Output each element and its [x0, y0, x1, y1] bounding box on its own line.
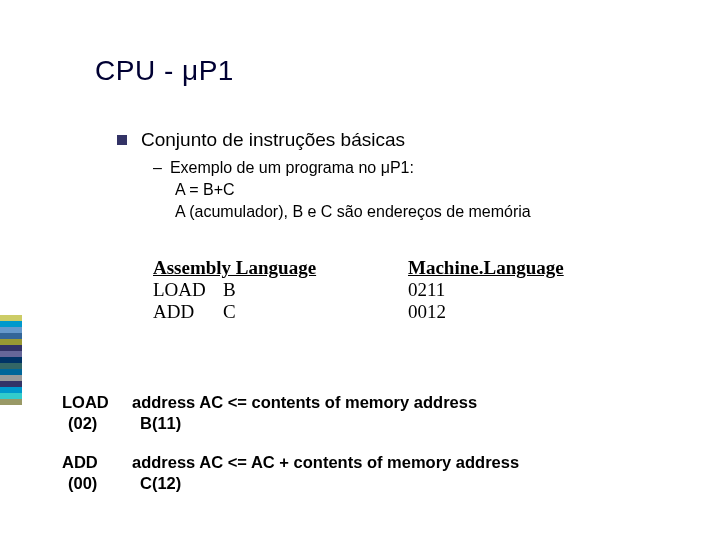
asm-cell: LOADB	[153, 279, 408, 301]
table-row: ADDC 0012	[153, 301, 690, 323]
definitions: LOAD (02) address AC <= contents of memo…	[62, 392, 690, 512]
asm-cell: ADDC	[153, 301, 408, 323]
col-header-mc: Machine.Language	[408, 257, 608, 279]
sub-line: A (acumulador), B e C são endereços de m…	[175, 201, 690, 223]
def-mnemonic: ADD (00)	[62, 452, 132, 494]
mc-cell: 0012	[408, 301, 608, 323]
table-header-row: Assembly Language Machine.Language	[153, 257, 690, 279]
def-description: address AC <= AC + contents of memory ad…	[132, 452, 690, 494]
sub-bullets: – Exemplo de um programa no μP1: A = B+C…	[153, 157, 690, 223]
sub-bullet-row: – Exemplo de um programa no μP1:	[153, 157, 690, 179]
slide-body: CPU - μP1 Conjunto de instruções básicas…	[95, 55, 690, 323]
slide-title: CPU - μP1	[95, 55, 690, 87]
mc-cell: 0211	[408, 279, 608, 301]
definition-row: ADD (00) address AC <= AC + contents of …	[62, 452, 690, 494]
table-row: LOADB 0211	[153, 279, 690, 301]
sub-bullet-text: Exemplo de um programa no μP1:	[170, 157, 414, 179]
code-table: Assembly Language Machine.Language LOADB…	[153, 257, 690, 323]
dash-icon: –	[153, 157, 162, 179]
def-mnemonic: LOAD (02)	[62, 392, 132, 434]
definition-row: LOAD (02) address AC <= contents of memo…	[62, 392, 690, 434]
def-description: address AC <= contents of memory address…	[132, 392, 690, 434]
col-header-asm: Assembly Language	[153, 257, 408, 279]
bullet-item: Conjunto de instruções básicas	[117, 129, 690, 151]
sub-line: A = B+C	[175, 179, 690, 201]
decorative-stripes	[0, 315, 22, 405]
bullet-text: Conjunto de instruções básicas	[141, 129, 405, 151]
square-bullet-icon	[117, 135, 127, 145]
